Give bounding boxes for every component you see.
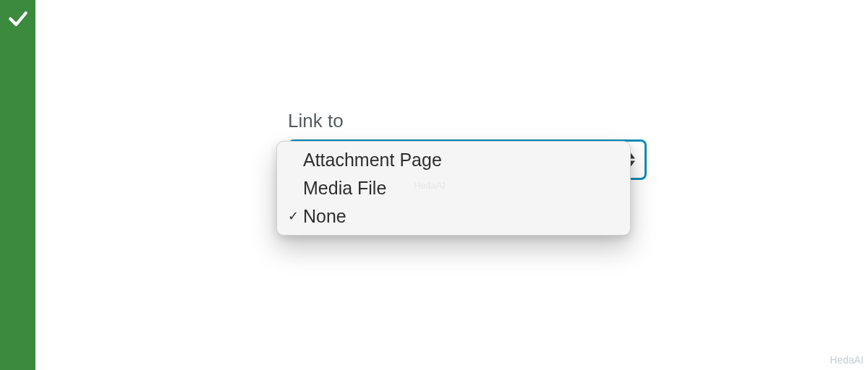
check-icon	[7, 7, 30, 370]
left-sidebar	[0, 0, 35, 370]
dropdown-option-none[interactable]: ✓ None	[277, 202, 630, 231]
dropdown-option-label: Attachment Page	[303, 147, 442, 173]
dropdown-option-label: Media File	[303, 176, 386, 201]
check-icon: ✓	[284, 207, 302, 225]
dropdown-option-label: None	[303, 204, 346, 229]
dropdown-option-media-file[interactable]: Media File	[277, 174, 630, 202]
dropdown-option-attachment-page[interactable]: Attachment Page	[277, 146, 630, 174]
link-to-dropdown: Attachment Page Media File ✓ None	[276, 141, 631, 236]
watermark-text: HedaAI	[830, 354, 864, 366]
field-label-link-to: Link to	[288, 110, 647, 132]
